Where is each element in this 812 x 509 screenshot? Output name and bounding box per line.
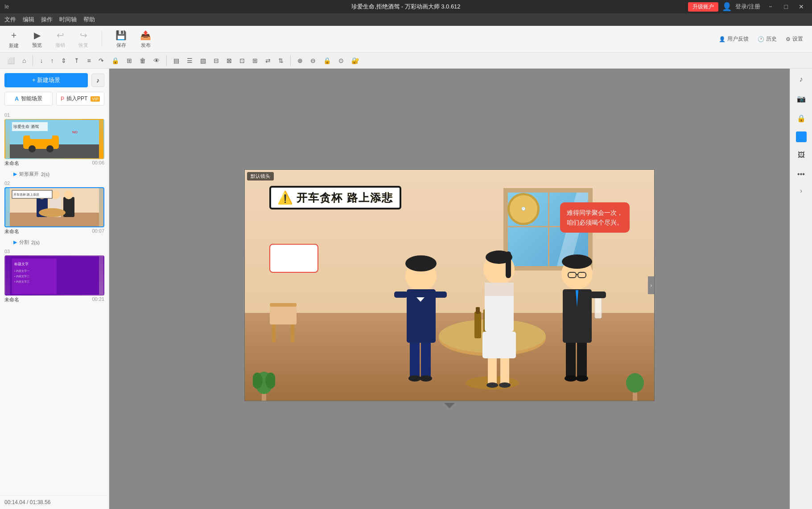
menu-help[interactable]: 帮助 [83, 16, 95, 24]
canvas-area: 🕙 ⚠️ 开车贪杯 路上添悲 难得同学聚会一次，咱们必须喝个尽兴。 [109, 69, 790, 509]
minimize-button[interactable]: － [764, 3, 777, 11]
sec-lock2[interactable]: 🔒 [321, 56, 334, 66]
scene-thumbnail-1[interactable]: 珍爱生命 酒驾 NO [4, 119, 104, 159]
sec-distribute[interactable]: ≡ [84, 56, 93, 66]
svg-rect-32 [270, 303, 297, 307]
sec-lock[interactable]: 🔒 [109, 56, 122, 66]
svg-rect-50 [421, 343, 431, 378]
svg-rect-61 [482, 332, 516, 358]
scene-list: 01 珍爱生命 酒驾 NO [0, 110, 109, 495]
svg-rect-60 [506, 251, 511, 278]
sec-align-up[interactable]: ↑ [48, 56, 56, 66]
undo-button[interactable]: ↩ 撤销 [55, 30, 65, 49]
smart-scene-button[interactable]: A 智能场景 [4, 92, 53, 106]
plant-right [624, 361, 646, 401]
save-button[interactable]: 💾 保存 [115, 30, 127, 49]
sec-flip-h[interactable]: ⇄ [263, 56, 273, 66]
music-button[interactable]: ♪ [91, 74, 104, 87]
right-panel-collapse[interactable]: › [800, 187, 802, 194]
speech-bubble-text: 难得同学聚会一次，咱们必须喝个尽兴。 [567, 209, 623, 226]
sec-align-right[interactable]: ▧ [198, 56, 209, 66]
sec-align-hl[interactable]: ⊟ [211, 56, 222, 66]
canvas-bottom-arrow-wrap [444, 403, 455, 408]
svg-point-65 [499, 382, 511, 388]
sec-rotate[interactable]: ↷ [96, 56, 107, 66]
sec-dist2[interactable]: ⊞ [250, 56, 260, 66]
browser-tab-hint: Ie [4, 4, 9, 10]
sec-align-left[interactable]: ▤ [171, 56, 182, 66]
history-button[interactable]: 🕐 历史 [758, 35, 777, 43]
new-scene-button[interactable]: + 新建场景 [4, 73, 88, 87]
svg-rect-72 [566, 343, 576, 378]
canvas-right-arrow[interactable]: › [648, 276, 655, 294]
right-panel-camera-btn[interactable]: 📷 [795, 92, 808, 105]
svg-text:• 内容文字三: • 内容文字三 [14, 280, 29, 283]
svg-rect-3 [30, 131, 52, 139]
sec-zoom-out[interactable]: ⊖ [308, 56, 318, 66]
titlebar-right: 升级账户 👤 登录/注册 － □ ✕ [688, 2, 808, 12]
sec-align-vcenter[interactable]: ⇕ [58, 56, 69, 66]
scene-item-3[interactable]: 03 标题文字 • 内容文字一 • 内容文字二 • 内容文字三 未命名 00:2… [0, 246, 109, 306]
right-panel-image-btn[interactable]: 🖼 [796, 149, 807, 161]
menu-edit[interactable]: 编辑 [23, 16, 34, 24]
scene-header-3: 03 [4, 249, 104, 254]
preview-button[interactable]: ▶ 预览 [32, 30, 42, 49]
canvas-collapse-arrow[interactable] [444, 403, 455, 408]
banner-text: 开车贪杯 路上添悲 [297, 191, 393, 205]
scene-info-3: 未命名 00:21 [4, 296, 104, 304]
sec-separator2 [166, 55, 167, 66]
scene-thumbnail-2[interactable]: 开车贪杯 路上添悲 [4, 187, 104, 227]
sec-zoom-in[interactable]: ⊕ [295, 56, 305, 66]
svg-point-78 [562, 254, 592, 269]
publish-button[interactable]: 📤 发布 [140, 30, 151, 49]
sec-dist-v[interactable]: ⊡ [237, 56, 247, 66]
sec-visible[interactable]: 👁 [151, 56, 162, 66]
svg-rect-73 [577, 343, 587, 378]
right-panel-more-btn[interactable]: ••• [795, 168, 807, 181]
chair-left-svg [265, 299, 301, 343]
scene-item-2[interactable]: 02 [0, 178, 109, 238]
menu-timeline[interactable]: 时间轴 [59, 16, 77, 24]
right-panel-lock-btn[interactable]: 🔒 [795, 112, 808, 125]
menu-operate[interactable]: 操作 [41, 16, 53, 24]
transition-1: ▶ 矩形展开 2(s) [0, 170, 109, 178]
sec-copy-icon[interactable]: ⬜ [4, 56, 17, 66]
toolbar-separator [102, 31, 102, 47]
transition-2: ▶ 分割 2(s) [0, 238, 109, 246]
redo-button[interactable]: ↪ 恢复 [78, 30, 88, 49]
sec-dist-h[interactable]: ⊠ [224, 56, 235, 66]
right-panel-music-btn[interactable]: ♪ [797, 73, 805, 86]
login-button[interactable]: 登录/注册 [735, 3, 760, 11]
sec-copy2[interactable]: ⊙ [336, 56, 346, 66]
maximize-button[interactable]: □ [781, 3, 791, 10]
scene-item-1[interactable]: 01 珍爱生命 酒驾 NO [0, 110, 109, 170]
sec-align-center[interactable]: ☰ [184, 56, 195, 66]
scene-1-svg: 珍爱生命 酒驾 NO [5, 120, 103, 159]
scene-num-3: 03 [4, 249, 13, 254]
feedback-button[interactable]: 👤 用户反馈 [719, 35, 749, 43]
sec-align-top[interactable]: ⤒ [71, 56, 82, 66]
ai-icon: A [15, 96, 19, 102]
sec-group[interactable]: ⊞ [124, 56, 135, 66]
scene-thumbnail-3[interactable]: 标题文字 • 内容文字一 • 内容文字二 • 内容文字三 [4, 255, 104, 296]
svg-point-17 [39, 208, 66, 217]
sec-lock3[interactable]: 🔐 [349, 56, 362, 66]
main-banner[interactable]: ⚠️ 开车贪杯 路上添悲 [269, 186, 401, 209]
clock: 🕙 [507, 193, 540, 225]
sec-home-icon[interactable]: ⌂ [20, 56, 29, 66]
sec-flip-v[interactable]: ⇅ [276, 56, 286, 66]
insert-ppt-button[interactable]: P 插入PPT VIP [56, 92, 104, 106]
sec-delete[interactable]: 🗑 [137, 56, 148, 66]
close-button[interactable]: ✕ [795, 3, 808, 10]
right-panel-color-block[interactable] [796, 131, 807, 142]
upgrade-button[interactable]: 升级账户 [688, 2, 718, 12]
new-button[interactable]: ＋ 新建 [9, 29, 19, 49]
svg-rect-58 [485, 283, 514, 296]
user-avatar-icon: 👤 [722, 2, 732, 12]
vip-badge: VIP [91, 96, 100, 102]
svg-point-51 [408, 375, 421, 382]
menu-file[interactable]: 文件 [4, 16, 16, 24]
settings-button[interactable]: ⚙ 设置 [786, 35, 803, 43]
svg-rect-33 [270, 307, 297, 324]
sec-align-down[interactable]: ↓ [37, 56, 45, 66]
